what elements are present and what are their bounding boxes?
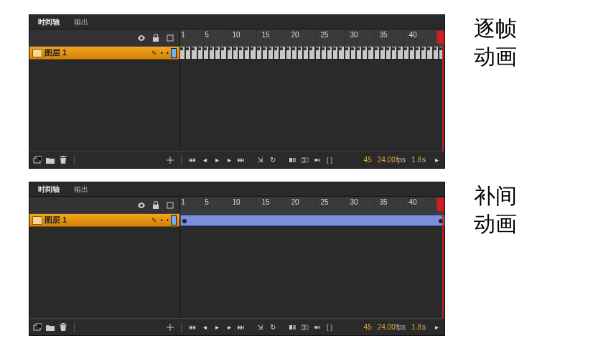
scroll-right-icon[interactable]: ▸	[431, 322, 442, 332]
loop-icon[interactable]: ↻	[268, 322, 278, 332]
fps-value[interactable]: 24.00	[378, 323, 396, 331]
first-frame-icon[interactable]: ⏮	[187, 322, 197, 332]
layer-header	[29, 29, 180, 46]
folder-icon[interactable]	[45, 322, 55, 332]
next-frame-icon[interactable]: ▸	[224, 322, 234, 332]
ruler-mark: 35	[379, 198, 387, 206]
layers-area: 图层 1 ✎ • •	[29, 47, 444, 151]
current-frame[interactable]: 45	[364, 323, 372, 331]
prev-frame-icon[interactable]: ◂	[200, 155, 210, 165]
next-frame-icon[interactable]: ▸	[224, 155, 234, 165]
edit-multiple-icon[interactable]	[312, 322, 322, 332]
ruler-mark: 25	[320, 31, 328, 39]
fps-value[interactable]: 24.00	[378, 156, 396, 164]
playhead-handle[interactable]	[437, 198, 444, 211]
timeline-header: 1 5 10 15 20 25 30 35 40 45	[29, 29, 444, 47]
first-frame-icon[interactable]: ⏮	[187, 155, 197, 165]
last-frame-icon[interactable]: ⏭	[236, 322, 246, 332]
frames-area[interactable]	[180, 214, 444, 318]
elapsed-time[interactable]: 1.8	[411, 156, 421, 164]
layer-type-icon	[32, 49, 42, 57]
layer-name[interactable]: 图层 1	[45, 215, 149, 225]
ruler-mark: 10	[232, 31, 240, 39]
eye-icon[interactable]	[136, 200, 146, 210]
onion-outline-icon[interactable]	[300, 155, 310, 165]
svg-point-14	[314, 326, 317, 329]
ruler-mark: 30	[350, 198, 358, 206]
loop-icon[interactable]: ↻	[268, 155, 278, 165]
caption-framebyframe: 逐帧 动画	[474, 14, 517, 70]
layer-mode-icons: ✎ • •	[151, 217, 169, 224]
play-icon[interactable]: ▸	[212, 155, 222, 165]
layer-row[interactable]: 图层 1 ✎ • •	[29, 47, 179, 60]
layer-row[interactable]: 图层 1 ✎ • •	[29, 214, 179, 227]
frames-track[interactable]	[180, 214, 444, 227]
dot-icon: •	[167, 50, 169, 57]
timeline-header: 1 5 10 15 20 25 30 35 40 45	[29, 197, 444, 214]
onion-outline-icon[interactable]	[300, 322, 310, 332]
prev-frame-icon[interactable]: ◂	[200, 322, 210, 332]
timeline-panel-tween: 时间轴 输出 1 5 10 15 20 25 30 35 40	[29, 182, 445, 336]
ruler-mark: 35	[379, 31, 387, 39]
onion-markers-icon[interactable]: ［］	[325, 322, 335, 332]
tab-output[interactable]: 输出	[68, 16, 94, 29]
frames-area[interactable]	[180, 47, 444, 151]
current-frame[interactable]: 45	[364, 156, 372, 164]
center-frame-icon[interactable]	[165, 322, 175, 332]
fps-unit: fps	[396, 323, 406, 331]
elapsed-time[interactable]: 1.8	[411, 323, 421, 331]
svg-rect-8	[167, 202, 173, 208]
svg-rect-4	[302, 158, 304, 162]
tab-timeline[interactable]: 时间轴	[32, 183, 65, 196]
tab-output[interactable]: 输出	[68, 183, 94, 196]
tab-timeline[interactable]: 时间轴	[32, 16, 65, 29]
center-frame-icon[interactable]	[165, 155, 175, 165]
last-frame-icon[interactable]: ⏭	[236, 155, 246, 165]
divider	[181, 155, 182, 165]
eye-icon[interactable]	[136, 33, 146, 43]
svg-rect-5	[305, 158, 308, 162]
lock-icon[interactable]	[151, 33, 161, 43]
caption-tween: 补间 动画	[474, 182, 517, 238]
ruler-mark: 25	[320, 198, 328, 206]
new-layer-icon[interactable]	[32, 322, 42, 332]
trash-icon[interactable]	[58, 322, 68, 332]
tween-span[interactable]	[180, 215, 444, 226]
layer-name[interactable]: 图层 1	[45, 47, 149, 58]
time-unit: s	[422, 323, 426, 331]
outline-icon[interactable]	[165, 33, 175, 43]
svg-point-6	[314, 159, 317, 162]
edit-multiple-icon[interactable]	[312, 155, 322, 165]
scroll-right-icon[interactable]: ▸	[431, 155, 442, 165]
ruler-mark: 1	[181, 31, 185, 39]
layer-list-empty	[29, 60, 179, 151]
zoom-out-icon[interactable]: ⇲	[255, 155, 265, 165]
outline-icon[interactable]	[165, 200, 175, 210]
keyframes-span[interactable]	[180, 47, 444, 59]
zoom-out-icon[interactable]: ⇲	[255, 322, 265, 332]
ruler-mark: 30	[350, 31, 358, 39]
trash-icon[interactable]	[58, 155, 68, 165]
divider	[74, 155, 75, 165]
pencil-icon: ✎	[151, 217, 157, 224]
layer-color-swatch[interactable]	[171, 215, 177, 225]
playhead-handle[interactable]	[437, 31, 444, 44]
dot-icon: •	[161, 217, 163, 224]
onion-markers-icon[interactable]: ［］	[325, 155, 335, 165]
svg-rect-0	[167, 35, 173, 41]
frame-ruler[interactable]: 1 5 10 15 20 25 30 35 40 45	[180, 29, 444, 46]
new-layer-icon[interactable]	[32, 155, 42, 165]
onion-skin-icon[interactable]	[288, 155, 298, 165]
lock-icon[interactable]	[151, 200, 161, 210]
playhead-line	[442, 214, 444, 318]
onion-skin-icon[interactable]	[288, 322, 298, 332]
tween-start-keyframe[interactable]	[182, 219, 187, 223]
folder-icon[interactable]	[45, 155, 55, 165]
layer-color-swatch[interactable]	[171, 48, 177, 58]
play-icon[interactable]: ▸	[212, 322, 222, 332]
ruler-mark: 20	[291, 31, 299, 39]
layers-area: 图层 1 ✎ • •	[29, 214, 444, 318]
bottom-toolbar: ⏮ ◂ ▸ ▸ ⏭ ⇲ ↻ ［］ 45 24.00fps 1.8s ▸	[29, 318, 444, 335]
frame-ruler[interactable]: 1 5 10 15 20 25 30 35 40 45	[180, 197, 444, 213]
frames-track[interactable]	[180, 47, 444, 60]
